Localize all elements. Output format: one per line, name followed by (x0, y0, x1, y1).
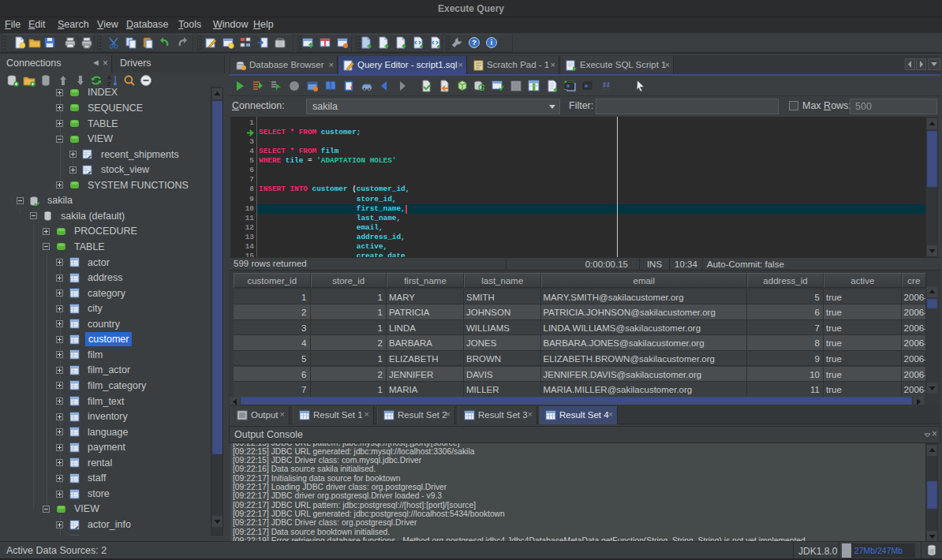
svg-text:Z: Z (107, 81, 111, 87)
svg-text:?: ? (472, 39, 477, 47)
svg-text:A: A (107, 75, 111, 80)
svg-text:i: i (491, 39, 493, 47)
